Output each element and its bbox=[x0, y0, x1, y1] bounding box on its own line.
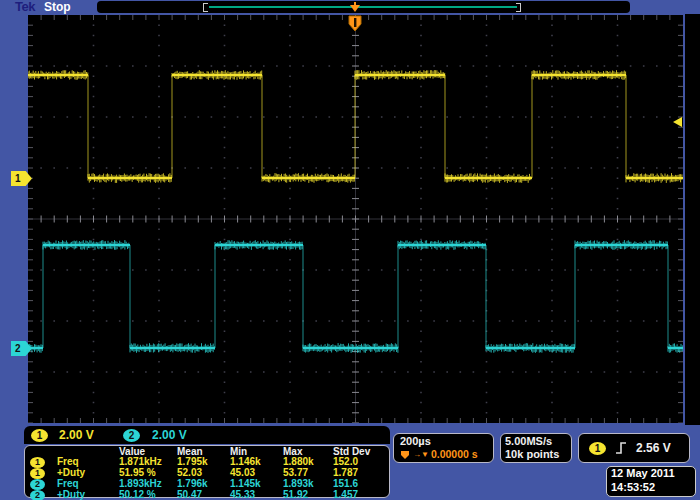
channel2-badge[interactable]: 2 bbox=[123, 429, 140, 442]
measurement-channel-badge: 1 bbox=[30, 468, 45, 479]
measurement-channel-badge: 2 bbox=[30, 479, 45, 490]
tek-logo: Tek bbox=[15, 0, 35, 14]
measurements-rows: 1Freq1.871kHz1.795k1.146k1.880k152.01+Du… bbox=[30, 457, 389, 500]
waveform-ch1-edges bbox=[88, 75, 626, 178]
measurement-min: 45.33 bbox=[230, 490, 283, 500]
horizontal-position-readout: →▼ 0.00000 s bbox=[400, 448, 487, 461]
channel2-scale[interactable]: 2.00 V bbox=[152, 426, 187, 444]
record-window-right-bracket-icon bbox=[516, 3, 521, 12]
trigger-flag-icon bbox=[400, 450, 411, 460]
date-label: 12 May 2011 bbox=[611, 467, 691, 481]
horizontal-position-value: 0.00000 s bbox=[431, 448, 478, 461]
measurements-table: ValueMeanMinMaxStd Dev 1Freq1.871kHz1.79… bbox=[24, 445, 390, 498]
record-window-left-bracket-icon bbox=[203, 3, 208, 12]
measurement-mean: 50.47 bbox=[177, 490, 230, 500]
horizontal-settings-box[interactable]: 200µs →▼ 0.00000 s bbox=[393, 433, 494, 463]
sample-rate: 5.00MS/s bbox=[505, 435, 567, 448]
rising-edge-slope-icon bbox=[614, 440, 628, 456]
acquisition-box[interactable]: 5.00MS/s 10k points bbox=[500, 433, 572, 463]
timebase-scale: 200µs bbox=[400, 435, 487, 448]
trigger-source-badge: 1 bbox=[589, 442, 606, 455]
channel1-scale[interactable]: 2.00 V bbox=[59, 426, 94, 444]
measurement-stddev: 1.457 bbox=[333, 490, 389, 500]
record-trigger-arrow-icon bbox=[350, 5, 360, 12]
channel-readout-bar: 1 2.00 V 2 2.00 V bbox=[24, 426, 390, 444]
top-bar: Tek Stop bbox=[0, 0, 700, 14]
measurement-row: 2+Duty50.12 %50.4745.3351.921.457 bbox=[30, 490, 389, 500]
trigger-box[interactable]: 1 2.56 V bbox=[578, 433, 690, 463]
trigger-level-arrow-icon[interactable] bbox=[673, 117, 682, 127]
record-trigger-arrow-stem bbox=[354, 2, 356, 6]
bottom-panel: 1 2.00 V 2 2.00 V ValueMeanMinMaxStd Dev… bbox=[0, 425, 700, 500]
record-view-bar[interactable] bbox=[97, 1, 630, 13]
measurement-name: +Duty bbox=[57, 490, 119, 500]
measurement-max: 51.92 bbox=[283, 490, 333, 500]
record-line bbox=[209, 6, 517, 8]
trigger-position-marker-icon[interactable] bbox=[348, 15, 363, 32]
header-spacer bbox=[30, 447, 57, 457]
oscilloscope-screen: { "header": { "logo": "Tek", "status": "… bbox=[0, 0, 700, 500]
trigger-level-value: 2.56 V bbox=[636, 442, 671, 455]
waveform-display bbox=[26, 13, 685, 425]
record-points: 10k points bbox=[505, 448, 567, 461]
measurement-value: 50.12 % bbox=[119, 490, 177, 500]
datetime-box: 12 May 2011 14:53:52 bbox=[606, 466, 696, 497]
time-label: 14:53:52 bbox=[611, 481, 691, 495]
graticule-svg bbox=[28, 15, 683, 423]
acquisition-status: Stop bbox=[44, 0, 71, 14]
measurement-channel-badge: 2 bbox=[30, 490, 45, 500]
channel1-badge[interactable]: 1 bbox=[31, 429, 48, 442]
position-arrow-icon: →▼ bbox=[413, 448, 429, 461]
measurement-channel-badge: 1 bbox=[30, 457, 45, 468]
